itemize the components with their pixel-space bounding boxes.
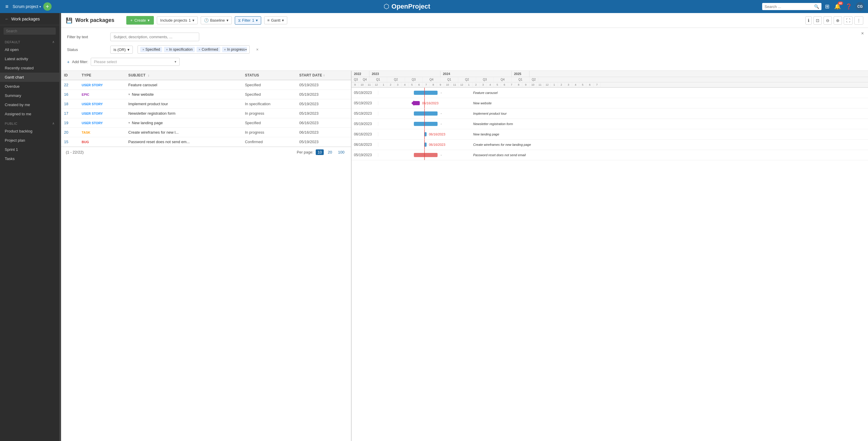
baseline-button[interactable]: 🕐 Baseline ▾ [201,16,232,24]
search-icon: 🔍 [814,4,819,9]
gantt-date: 05/19/2023 [351,101,378,105]
sidebar-item-gantt-chart[interactable]: Gantt chart [0,73,59,82]
gantt-q4-2023: Q4 [423,77,440,82]
gantt-row-label: Create wireframes for new landing page [473,143,868,147]
filter-status-tags[interactable]: × Specified × In specification × Confirm… [137,45,250,54]
table-row: 17 USER STORY Newsletter registration fo… [61,109,351,118]
th-type[interactable]: TYPE [79,71,125,80]
sidebar-item-tasks[interactable]: Tasks [0,154,59,163]
filter-tags-clear-all[interactable]: × [240,48,242,52]
notifications-icon[interactable]: 🔔 42 [833,2,842,11]
sidebar-item-project-plan[interactable]: Project plan [0,136,59,145]
filter-button[interactable]: ⧖ Filter 1 ▾ [235,16,261,25]
filter-tag-x-confirmed[interactable]: × [198,48,200,51]
sidebar: ← Work packages DEFAULT ∧ All open Lates… [0,13,59,441]
gantt-m-5: 5 [408,83,415,87]
help-icon[interactable]: ❓ [844,2,853,11]
gantt-bar[interactable] [414,122,438,126]
create-button[interactable]: + Create ▾ [126,16,154,25]
cell-type: USER STORY [79,118,125,128]
project-name[interactable]: Scrum project ▾ [13,4,41,9]
subject-cell: ▾ New website [128,92,239,97]
row-type-badge: BUG [82,140,89,144]
global-search-box[interactable]: 🔍 [762,3,822,10]
th-subject[interactable]: SUBJECT ↕ [125,71,242,80]
cell-subject: Password reset does not send em... [125,137,242,147]
row-id-link[interactable]: 20 [64,130,68,134]
row-type-badge: USER STORY [82,102,103,106]
sidebar-item-all-open[interactable]: All open [0,45,59,54]
apps-icon[interactable]: ⊞ [824,2,831,11]
sidebar-back[interactable]: ← Work packages [0,13,59,25]
per-page-10[interactable]: 10 [316,149,323,155]
add-project-button[interactable]: + [43,2,52,11]
filter-text-input[interactable] [110,33,199,41]
cell-status: Specified [242,118,296,128]
sidebar-search-input[interactable] [4,28,56,35]
today-line [424,150,425,160]
add-filter-select[interactable]: Please select ▾ [91,58,180,66]
per-page-100[interactable]: 100 [336,149,346,155]
sidebar-section-default[interactable]: DEFAULT ∧ [0,37,59,45]
zoom-out-button[interactable]: ⊖ [824,16,832,25]
gantt-m-12b: 12 [458,83,465,87]
gantt-bar[interactable] [414,91,438,95]
subject-cell: Feature carousel [128,83,239,87]
today-line [424,108,425,119]
sidebar-item-latest-activity[interactable]: Latest activity [0,54,59,63]
gantt-bar[interactable] [414,153,438,157]
gantt-bar-area: 06/16/2023New website [378,98,868,108]
sidebar-item-overdue[interactable]: Overdue [0,82,59,91]
gantt-button[interactable]: ≡ Gantt ▾ [264,16,287,24]
hamburger-menu[interactable]: ≡ [4,2,10,11]
th-id[interactable]: ID [61,71,79,80]
filter-row-clear-icon[interactable]: × [256,47,258,52]
fullscreen-button[interactable]: ⛶ [844,16,852,25]
row-id-link[interactable]: 16 [64,92,68,97]
row-id-link[interactable]: 17 [64,111,68,116]
global-search-input[interactable] [765,4,812,9]
expand-icon[interactable]: ▾ [128,121,130,125]
sidebar-section-public[interactable]: PUBLIC ∧ [0,119,59,127]
gantt-end-date: 06/16/2023 [429,143,445,147]
gantt-row-label: Newsletter registration form [473,122,868,126]
gantt-m-9c: 9 [522,83,529,87]
filter-tag-x-in-specification[interactable]: × [166,48,168,51]
filter-tag-x-in-progress[interactable]: × [224,48,226,51]
sidebar-item-summary[interactable]: Summary [0,91,59,100]
status-operator-caret: ▾ [127,48,129,52]
row-id-link[interactable]: 19 [64,121,68,125]
user-avatar[interactable]: CG [856,2,864,11]
per-page-20[interactable]: 20 [326,149,334,155]
gantt-bar[interactable] [414,112,438,116]
cell-start-date: 06/16/2023 [296,118,351,128]
sidebar-item-recently-created[interactable]: Recently created [0,63,59,73]
gantt-date: 05/19/2023 [351,91,378,95]
table-row: 19 USER STORY ▾ New landing page Specifi… [61,118,351,128]
zoom-in-button[interactable]: ⊕ [834,16,842,25]
cell-subject: Feature carousel [125,80,242,90]
row-type-badge: USER STORY [82,112,103,115]
include-projects-button[interactable]: Include projects 1 ▾ [157,16,197,24]
row-id-link[interactable]: 18 [64,102,68,106]
subject-text: New website [132,92,154,97]
toolbar-right-icons: ℹ ⊡ ⊖ ⊕ ⛶ ⋮ [805,16,863,25]
filter-tags-dropdown-arrow[interactable]: ▾ [245,48,247,52]
more-options-button[interactable]: ⋮ [855,16,863,25]
th-start-date[interactable]: START DATE ↑ [296,71,351,80]
sidebar-item-sprint-1[interactable]: Sprint 1 [0,145,59,154]
row-id-link[interactable]: 22 [64,83,68,87]
fit-page-button[interactable]: ⊡ [813,16,822,25]
info-button[interactable]: ℹ [805,16,812,25]
th-status[interactable]: STATUS [242,71,296,80]
sidebar-item-product-backlog[interactable]: Product backlog [0,127,59,136]
table-row: 18 USER STORY Implement product tour In … [61,99,351,109]
filter-tag-x-specified[interactable]: × [142,48,144,51]
row-id-link[interactable]: 15 [64,139,68,144]
sidebar-item-assigned-to-me[interactable]: Assigned to me [0,109,59,119]
work-packages-table: ID TYPE SUBJECT ↕ STATUS START DATE ↑ [61,71,351,147]
sidebar-item-created-by-me[interactable]: Created by me [0,100,59,109]
expand-icon[interactable]: ▾ [128,92,130,96]
filter-close-button[interactable]: × [861,31,864,36]
filter-status-operator[interactable]: is (OR) ▾ [110,45,133,54]
